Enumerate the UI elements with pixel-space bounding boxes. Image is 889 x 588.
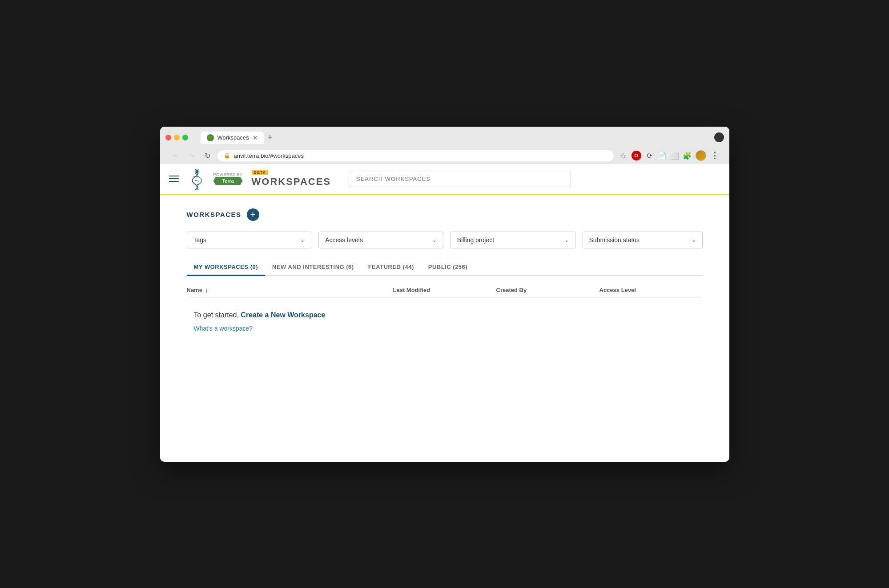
- dark-web-extension-icon[interactable]: [714, 132, 724, 142]
- submission-status-label: Submission status: [589, 236, 640, 244]
- minimize-traffic-light[interactable]: [174, 135, 180, 140]
- submission-status-dropdown[interactable]: Submission status ⌄: [583, 232, 703, 248]
- profile-avatar[interactable]: [696, 150, 706, 161]
- extensions-icon[interactable]: 🧩: [683, 152, 691, 160]
- submission-status-chevron-icon: ⌄: [692, 237, 696, 243]
- browser-window: 🌿 Workspaces ✕ + ← → ↻ 🔒 anvil.terra.bio…: [160, 127, 729, 462]
- hamburger-menu-icon[interactable]: [169, 176, 179, 182]
- logo-area: POWERED BY Terra: [188, 168, 243, 190]
- tab-favicon: 🌿: [207, 134, 214, 141]
- active-tab[interactable]: 🌿 Workspaces ✕: [201, 132, 264, 144]
- empty-state-text: To get started, Create a New Workspace: [194, 311, 696, 319]
- new-tab-button[interactable]: +: [264, 131, 276, 144]
- access-levels-chevron-icon: ⌄: [432, 237, 437, 243]
- browser-menu-right: [714, 132, 724, 142]
- access-levels-label: Access levels: [325, 236, 363, 244]
- opera-icon[interactable]: O: [632, 151, 641, 160]
- svg-line-2: [195, 180, 198, 181]
- browser-chrome: 🌿 Workspaces ✕ + ← → ↻ 🔒 anvil.terra.bio…: [160, 127, 729, 164]
- tags-chevron-icon: ⌄: [300, 237, 305, 243]
- add-workspace-button[interactable]: +: [247, 208, 259, 221]
- column-header-created-by[interactable]: Created By: [496, 287, 599, 294]
- search-input[interactable]: [349, 171, 571, 187]
- beta-badge: BETA: [252, 170, 269, 175]
- sync-icon[interactable]: ⟳: [646, 152, 654, 160]
- powered-by-area: POWERED BY Terra: [213, 172, 243, 185]
- screenshot-icon[interactable]: ⬜: [671, 152, 679, 160]
- url-display: anvil.terra.bio/#workspaces: [234, 152, 304, 159]
- column-header-access-level[interactable]: Access Level: [599, 287, 703, 294]
- tab-bar: 🌿 Workspaces ✕ +: [201, 131, 711, 144]
- reader-icon[interactable]: 📄: [658, 152, 666, 160]
- close-traffic-light[interactable]: [165, 135, 171, 140]
- forward-button[interactable]: →: [187, 151, 197, 160]
- workspace-table: Name ↓ Last Modified Created By Access L…: [187, 283, 703, 346]
- browser-controls: 🌿 Workspaces ✕ +: [165, 131, 724, 144]
- tab-new-and-interesting[interactable]: NEW AND INTERESTING (6): [265, 259, 361, 276]
- workspaces-title: WORKSPACES: [252, 176, 331, 188]
- svg-marker-4: [194, 168, 200, 174]
- app-header: POWERED BY Terra BETA WORKSPACES: [160, 164, 729, 195]
- whats-workspace-link[interactable]: What's a workspace?: [194, 325, 253, 332]
- table-header: Name ↓ Last Modified Created By Access L…: [187, 283, 703, 298]
- terra-badge: Terra: [213, 177, 243, 185]
- back-button[interactable]: ←: [171, 151, 181, 160]
- tags-dropdown[interactable]: Tags ⌄: [187, 232, 312, 248]
- filters-row: Tags ⌄ Access levels ⌄ Billing project ⌄…: [187, 232, 703, 248]
- search-box: [349, 171, 571, 187]
- sort-icon: ↓: [205, 287, 208, 294]
- workspace-tabs: MY WORKSPACES (0) NEW AND INTERESTING (6…: [187, 259, 703, 276]
- menu-dots-icon[interactable]: ⋮: [711, 151, 719, 160]
- billing-project-chevron-icon: ⌄: [564, 237, 569, 243]
- powered-by-label: POWERED BY: [213, 172, 243, 177]
- workspaces-heading: WORKSPACES +: [187, 208, 703, 221]
- tab-title: Workspaces: [217, 134, 249, 141]
- column-header-last-modified[interactable]: Last Modified: [393, 287, 496, 294]
- refresh-button[interactable]: ↻: [203, 151, 212, 161]
- maximize-traffic-light[interactable]: [182, 135, 188, 140]
- browser-toolbar-right: ☆ O ⟳ 📄 ⬜ 🧩 ⋮: [619, 150, 719, 161]
- page-content: WORKSPACES + Tags ⌄ Access levels ⌄ Bill…: [160, 195, 729, 462]
- lock-icon: 🔒: [224, 152, 230, 159]
- create-workspace-link[interactable]: Create a New Workspace: [241, 311, 325, 319]
- tab-featured[interactable]: FEATURED (44): [361, 259, 421, 276]
- empty-state: To get started, Create a New Workspace W…: [187, 298, 703, 346]
- address-bar-row: ← → ↻ 🔒 anvil.terra.bio/#workspaces ☆ O …: [165, 148, 724, 164]
- billing-project-dropdown[interactable]: Billing project ⌄: [451, 232, 575, 248]
- tab-my-workspaces[interactable]: MY WORKSPACES (0): [187, 259, 265, 276]
- access-levels-dropdown[interactable]: Access levels ⌄: [318, 232, 443, 248]
- column-header-name[interactable]: Name ↓: [187, 287, 393, 294]
- address-bar[interactable]: 🔒 anvil.terra.bio/#workspaces: [217, 150, 614, 161]
- dna-logo-icon: [188, 168, 210, 190]
- workspaces-heading-text: WORKSPACES: [187, 211, 241, 218]
- tags-label: Tags: [193, 236, 207, 244]
- star-icon[interactable]: ☆: [619, 152, 627, 160]
- tab-public[interactable]: PUBLIC (256): [421, 259, 475, 276]
- tab-close-icon[interactable]: ✕: [253, 134, 258, 141]
- workspaces-title-area: BETA WORKSPACES: [252, 170, 331, 188]
- traffic-lights: [165, 135, 188, 140]
- billing-project-label: Billing project: [457, 236, 494, 244]
